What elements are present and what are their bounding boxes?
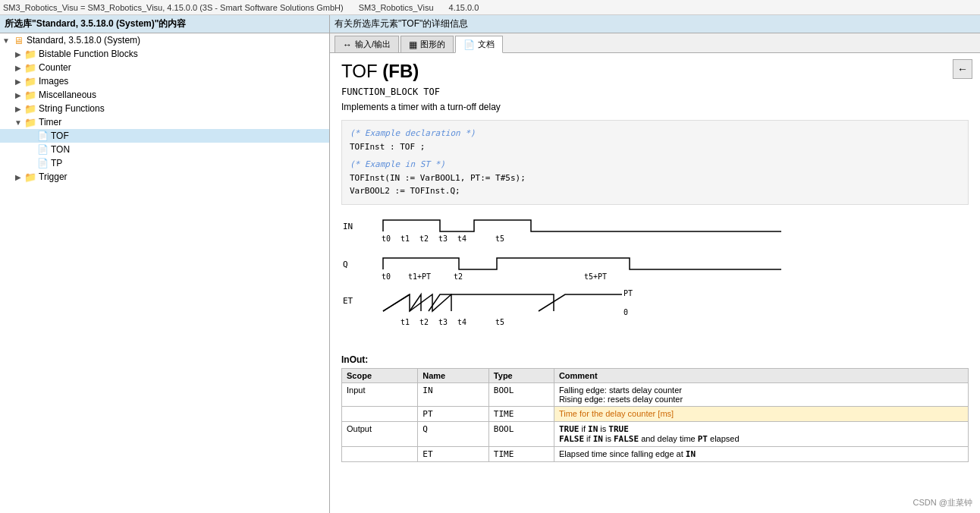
tree-toggle-images[interactable]: ▶: [12, 75, 24, 87]
folder-icon: 📁: [24, 61, 36, 74]
tree-label-counter: Counter: [39, 62, 71, 73]
top-bar-item3: 4.15.0.0: [449, 3, 479, 12]
right-panel: 有关所选库元素"TOF"的详细信息 ↔输入/输出▦图形的📄文档 ← TOF (F…: [330, 15, 980, 513]
tree-node-images[interactable]: ▶📁Images: [0, 74, 329, 88]
svg-text:ET: ET: [343, 296, 353, 306]
main-layout: 所选库"Standard, 3.5.18.0 (System)"的内容 ▼🖥St…: [0, 15, 980, 513]
timing-diagram-svg: IN t0 t1 t2 t3 t4 t5 Q t0 t1+PT t2: [341, 212, 781, 345]
col-name: Name: [418, 368, 489, 382]
svg-text:Q: Q: [343, 260, 348, 269]
tab-io[interactable]: ↔输入/输出: [335, 36, 399, 52]
tab-label-graphic: 图形的: [420, 39, 445, 50]
tree-node-trigger[interactable]: ▶📁Trigger: [0, 170, 329, 184]
cell-comment-0: Falling edge: starts delay counterRising…: [554, 382, 968, 406]
tree-toggle-counter[interactable]: ▶: [12, 61, 24, 74]
svg-text:t0: t0: [382, 272, 391, 281]
table-row-1: PTTIMETime for the delay counter [ms]: [342, 406, 969, 421]
col-type: Type: [488, 368, 554, 382]
tof-name: TOF: [341, 61, 378, 81]
folder-icon: 📁: [24, 171, 36, 183]
tree-node-misc[interactable]: ▶📁Miscellaneous: [0, 88, 329, 102]
cell-type-0: BOOL: [488, 382, 554, 406]
tree-label-images: Images: [39, 76, 68, 87]
col-scope: Scope: [342, 368, 418, 382]
doc-icon-ton: 📄: [36, 143, 49, 156]
cell-type-2: BOOL: [488, 421, 554, 446]
svg-text:t2: t2: [419, 234, 429, 243]
tree-toggle-bistable[interactable]: ▶: [12, 48, 24, 60]
tree-node-stringfuncs[interactable]: ▶📁String Functions: [0, 102, 329, 115]
tree-toggle-misc[interactable]: ▶: [12, 89, 24, 101]
back-button[interactable]: ←: [953, 59, 972, 79]
tree-label-root: Standard, 3.5.18.0 (System): [27, 35, 140, 46]
tree-label-stringfuncs: String Functions: [39, 103, 105, 114]
tab-icon-graphic: ▦: [409, 39, 417, 50]
tree-node-counter[interactable]: ▶📁Counter: [0, 61, 329, 74]
tree-label-misc: Miscellaneous: [39, 90, 96, 100]
ex1-code: TOFInst : TOF ;: [350, 140, 960, 154]
svg-text:t0: t0: [382, 234, 391, 243]
folder-icon: 📁: [24, 75, 36, 87]
tree-node-tp[interactable]: 📄TP: [0, 156, 329, 170]
tree-node-timer[interactable]: ▼📁Timer: [0, 115, 329, 129]
svg-text:t2: t2: [454, 272, 463, 281]
ex2-comment: (* Example in ST *): [350, 158, 960, 172]
cell-comment-2: TRUE if IN is TRUEFALSE if IN is FALSE a…: [554, 421, 968, 446]
tof-type: (FB): [382, 61, 419, 81]
tree-toggle-trigger[interactable]: ▶: [12, 171, 24, 183]
doc-icon-tof: 📄: [36, 130, 49, 142]
description: Implements a timer with a turn-off delay: [341, 102, 969, 112]
folder-icon: 📁: [24, 48, 36, 60]
doc-icon-tp: 📄: [36, 157, 49, 169]
right-content: ← TOF (FB) FUNCTION_BLOCK TOF Implements…: [330, 53, 980, 513]
cell-scope-1: [342, 406, 418, 421]
watermark: CSDN @韭菜钟: [913, 497, 972, 508]
svg-text:t2: t2: [419, 318, 429, 326]
cell-type-1: TIME: [488, 406, 554, 421]
cell-name-1: PT: [418, 406, 489, 421]
svg-text:t4: t4: [457, 234, 466, 243]
cell-comment-3: Elapsed time since falling edge at IN: [554, 446, 968, 461]
cell-scope-3: [342, 446, 418, 461]
tree-toggle-root[interactable]: ▼: [0, 34, 12, 46]
tab-label-io: 输入/输出: [355, 39, 391, 50]
left-panel: 所选库"Standard, 3.5.18.0 (System)"的内容 ▼🖥St…: [0, 15, 330, 513]
tree-node-ton[interactable]: 📄TON: [0, 143, 329, 156]
code-block: (* Example declaration *) TOFInst : TOF …: [341, 120, 969, 205]
tab-graphic[interactable]: ▦图形的: [400, 36, 454, 52]
svg-text:t5: t5: [495, 234, 504, 243]
cell-comment-1: Time for the delay counter [ms]: [554, 406, 968, 421]
tree-area[interactable]: ▼🖥Standard, 3.5.18.0 (System)▶📁Bistable …: [0, 33, 329, 513]
tree-node-tof[interactable]: 📄TOF: [0, 129, 329, 143]
folder-icon: 📁: [24, 102, 36, 115]
tree-node-root[interactable]: ▼🖥Standard, 3.5.18.0 (System): [0, 33, 329, 47]
cell-name-3: ET: [418, 446, 489, 461]
tree-toggle-stringfuncs[interactable]: ▶: [12, 102, 24, 115]
svg-text:0: 0: [623, 308, 628, 316]
tree-label-bistable: Bistable Function Blocks: [39, 49, 138, 59]
tree-toggle-timer[interactable]: ▼: [12, 116, 24, 128]
tree-label-tof: TOF: [51, 131, 69, 141]
col-comment: Comment: [554, 368, 968, 382]
params-table: Scope Name Type Comment InputINBOOLFalli…: [341, 368, 969, 462]
ex2-code: TOFInst(IN := VarBOOL1, PT:= T#5s);VarBO…: [350, 172, 960, 198]
cell-type-3: TIME: [488, 446, 554, 461]
svg-text:t3: t3: [438, 234, 448, 243]
root-icon: 🖥: [12, 34, 24, 46]
tree-node-bistable[interactable]: ▶📁Bistable Function Blocks: [0, 47, 329, 61]
table-row-3: ETTIMEElapsed time since falling edge at…: [342, 446, 969, 461]
table-row-2: OutputQBOOLTRUE if IN is TRUEFALSE if IN…: [342, 421, 969, 446]
tab-docs[interactable]: 📄文档: [455, 36, 503, 53]
top-bar-item1: SM3_Robotics_Visu = SM3_Robotics_Visu, 4…: [3, 3, 344, 12]
timing-diagram: IN t0 t1 t2 t3 t4 t5 Q t0 t1+PT t2: [341, 212, 969, 345]
right-tabs: ↔输入/输出▦图形的📄文档: [330, 33, 980, 53]
tof-title: TOF (FB): [341, 61, 969, 82]
cell-name-0: IN: [418, 382, 489, 406]
left-panel-header: 所选库"Standard, 3.5.18.0 (System)"的内容: [0, 15, 329, 33]
svg-text:t4: t4: [457, 318, 466, 326]
tree-label-tp: TP: [51, 158, 62, 168]
inout-label: InOut:: [341, 354, 969, 365]
top-bar-item2: SM3_Robotics_Visu: [359, 3, 434, 12]
svg-text:t1: t1: [400, 318, 410, 326]
svg-text:t1+PT: t1+PT: [408, 272, 431, 281]
